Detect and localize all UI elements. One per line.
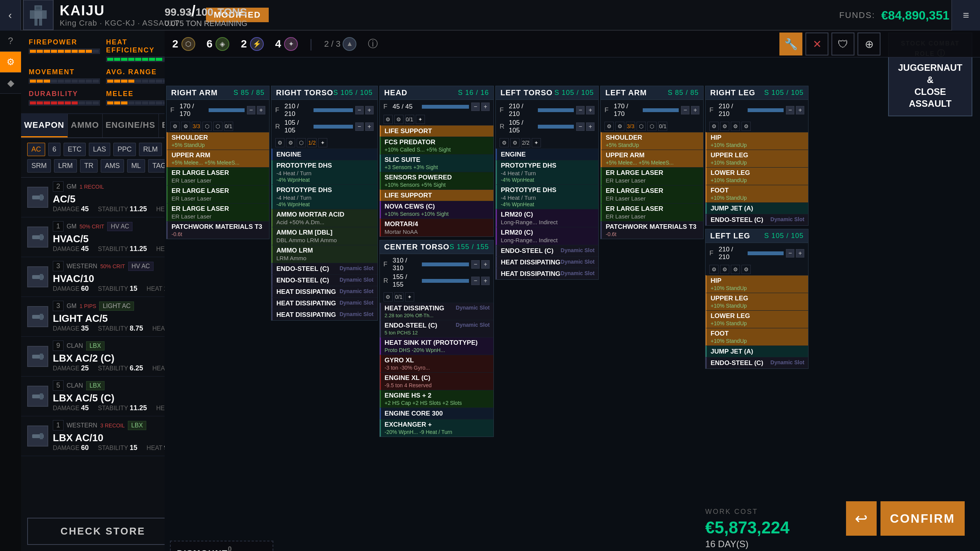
item-heat-lt1[interactable]: HEAT DISSIPATING Dynamic Slot	[496, 256, 598, 268]
item-er-laser-la2[interactable]: ER LARGE LASER ER Laser Laser	[601, 185, 703, 203]
item-lrm20-lt1[interactable]: LRM20 (C) Long-Range... Indirect	[496, 209, 598, 227]
ct-armor-f-minus[interactable]: −	[471, 260, 480, 269]
item-upper-arm-ra[interactable]: UPPER ARM +5% Melee... +5% MeleeS...	[167, 150, 269, 167]
item-jump-jet-ll[interactable]: JUMP JET (A)	[706, 346, 808, 357]
item-er-laser-la3[interactable]: ER LARGE LASER ER Laser Laser	[601, 203, 703, 221]
rl-armor-f-plus[interactable]: +	[796, 106, 804, 114]
rt-armor-f-plus[interactable]: +	[365, 106, 374, 114]
ct-armor-r-minus[interactable]: −	[471, 277, 480, 285]
filter-ppc[interactable]: PPC	[113, 143, 136, 156]
item-patch-la[interactable]: PATCHWORK MATERIALS T3 -0.6t	[601, 221, 703, 239]
weapon-item[interactable]: 9CLANLBXLBX AC/2 (C)DAMAGE 25STABILITY 6…	[21, 337, 185, 377]
item-pdhs-lt1[interactable]: PROTOTYPE DHS -4 Heat / Turn -4% WpnHeat	[496, 160, 598, 184]
item-heat-rt3[interactable]: HEAT DISSIPATING Dynamic Slot	[271, 309, 377, 320]
item-engine-core-ct[interactable]: ENGINE CORE 300	[380, 408, 494, 419]
lt-armor-f-minus[interactable]: −	[576, 106, 585, 114]
ct-armor-r-plus[interactable]: +	[481, 277, 490, 285]
item-endo-rl[interactable]: ENDO-STEEL (C) Dynamic Slot	[706, 214, 808, 225]
weapon-item[interactable]: 1GM50% CRITHV ACHVAC/5DAMAGE 45STABILITY…	[21, 217, 185, 257]
rl-armor-f-minus[interactable]: −	[786, 106, 794, 114]
item-heat-rt1[interactable]: HEAT DISSIPATING Dynamic Slot	[271, 286, 377, 297]
item-endo-rt2[interactable]: ENDO-STEEL (C) Dynamic Slot	[271, 274, 377, 286]
rt-armor-r-plus[interactable]: +	[365, 122, 374, 131]
head-armor-plus[interactable]: +	[481, 103, 490, 111]
item-life-support-h1[interactable]: LIFE SUPPORT	[380, 125, 494, 137]
item-endo-ll[interactable]: ENDO-STEEL (C) Dynamic Slot	[706, 357, 808, 368]
side-nav-unknown2[interactable]: ◆	[0, 73, 21, 94]
filter-6[interactable]: 6	[48, 143, 60, 156]
tool-info[interactable]: ⊕	[858, 33, 880, 55]
item-shoulder-la[interactable]: SHOULDER +5% StandUp	[601, 132, 703, 150]
item-endo-rt1[interactable]: ENDO-STEEL (C) Dynamic Slot	[271, 263, 377, 274]
item-sensors-h[interactable]: SENSORS POWERED +10% Sensors +5% Sight	[380, 172, 494, 189]
item-mortar-h[interactable]: MORTAR/4 Mortar NoAA	[380, 218, 494, 236]
item-hip-ll[interactable]: HIP +10% StandUp	[706, 275, 808, 293]
item-er-laser-ra3[interactable]: ER LARGE LASER ER Laser Laser	[167, 203, 269, 221]
ct-armor-f-plus[interactable]: +	[481, 260, 490, 269]
item-hsk-ct[interactable]: HEAT SINK KIT (PROTOTYPE) Proto DHS -20%…	[380, 337, 494, 355]
item-er-laser-ra1[interactable]: ER LARGE LASER ER Laser Laser	[167, 167, 269, 185]
item-engine-lt[interactable]: ENGINE	[496, 148, 598, 160]
filter-ml[interactable]: ML	[127, 159, 145, 173]
tool-wrench[interactable]: 🔧	[779, 33, 802, 55]
item-gyro-ct[interactable]: GYRO XL -3 ton -30% Gyro...	[380, 355, 494, 372]
item-er-laser-la1[interactable]: ER LARGE LASER ER Laser Laser	[601, 167, 703, 185]
item-lower-leg-ll[interactable]: LOWER LEG +10% StandUp	[706, 310, 808, 328]
head-armor-minus[interactable]: −	[471, 103, 480, 111]
item-endo-ct[interactable]: ENDO-STEEL (C) Dynamic Slot 5 ton PCHS 1…	[380, 320, 494, 337]
item-life-support-h2[interactable]: LIFE SUPPORT	[380, 189, 494, 201]
item-nova-cews[interactable]: NOVA CEWS (C) +10% Sensors +10% Sight	[380, 201, 494, 218]
lt-armor-r-plus[interactable]: +	[586, 122, 595, 131]
item-engine-hs-ct[interactable]: ENGINE HS + 2 +2 HS Cap +2 HS Slots +2 S…	[380, 390, 494, 408]
confirm-button[interactable]: CONFIRM	[880, 501, 965, 536]
item-engine-xl-ct[interactable]: ENGINE XL (C) -9.5 ton 4 Reserved	[380, 372, 494, 390]
item-heat-lt2[interactable]: HEAT DISSIPATING Dynamic Slot	[496, 268, 598, 279]
item-exchanger-ct[interactable]: EXCHANGER + -20% WpnH... -9 Heat / Turn	[380, 419, 494, 437]
item-pdhs-rt1[interactable]: PROTOTYPE DHS -4 Heat / Turn -4% WpnHeat	[271, 160, 377, 184]
item-lower-leg-rl[interactable]: LOWER LEG +10% StandUp	[706, 167, 808, 185]
weapon-item[interactable]: 3GM1 PIPSLIGHT ACLIGHT AC/5DAMAGE 35STAB…	[21, 297, 185, 337]
weapon-item[interactable]: 3WESTERN50% CRITHV ACHVAC/10DAMAGE 60STA…	[21, 257, 185, 297]
item-engine-rt[interactable]: ENGINE	[271, 148, 377, 160]
item-shoulder-ra[interactable]: SHOULDER +5% StandUp	[167, 132, 269, 150]
item-pdhs-rt2[interactable]: PROTOTYPE DHS -4 Heat / Turn -4% WpnHeat	[271, 184, 377, 209]
la-armor-f-plus[interactable]: +	[691, 106, 699, 114]
weapon-item[interactable]: 5CLANLBXLBX AC/5 (C)DAMAGE 45STABILITY 1…	[21, 377, 185, 416]
item-hip-rl[interactable]: HIP +10% StandUp	[706, 132, 808, 150]
item-ammo-lrm[interactable]: AMMO LRM LRM Ammo	[271, 245, 377, 263]
filter-rlm[interactable]: RLM	[139, 143, 162, 156]
back-button[interactable]: ‹	[0, 0, 21, 31]
filter-srm[interactable]: SRM	[27, 159, 51, 173]
item-upper-arm-la[interactable]: UPPER ARM +5% Melee... +5% MeleeS...	[601, 150, 703, 167]
item-ammo-lrm-dbl[interactable]: AMMO LRM [DBL] DBL Ammo LRM Ammo	[271, 227, 377, 245]
tab-engine-hs[interactable]: ENGINE/HS	[103, 114, 159, 137]
weapon-item[interactable]: 1WESTERN3 RECOILLBXLBX AC/10DAMAGE 60STA…	[21, 416, 185, 456]
item-pdhs-lt2[interactable]: PROTOTYPE DHS -4 Heat / Turn -4% WpnHeat	[496, 184, 598, 209]
item-heat-rt2[interactable]: HEAT DISSIPATING Dynamic Slot	[271, 297, 377, 309]
filter-ams[interactable]: AMS	[101, 159, 124, 173]
side-nav-unknown1[interactable]: ?	[0, 31, 21, 52]
item-ammo-mortar[interactable]: AMMO MORTAR ACID Acid +50% A.Dm...	[271, 209, 377, 227]
rt-armor-r-minus[interactable]: −	[355, 122, 364, 131]
filter-las[interactable]: LAS	[89, 143, 110, 156]
filter-ac[interactable]: AC	[27, 143, 45, 156]
item-lrm20-lt2[interactable]: LRM20 (C) Long-Range... Indirect	[496, 227, 598, 245]
la-armor-f-minus[interactable]: −	[681, 106, 689, 114]
ll-armor-f-minus[interactable]: −	[786, 249, 794, 258]
item-endo-lt[interactable]: ENDO-STEEL (C) Dynamic Slot	[496, 245, 598, 256]
ll-armor-f-plus[interactable]: +	[796, 249, 804, 258]
rt-armor-f-minus[interactable]: −	[355, 106, 364, 114]
item-foot-ll[interactable]: FOOT +10% StandUp	[706, 328, 808, 346]
item-heat-ct[interactable]: HEAT DISSIPATING Dynamic Slot 2.28 ton 2…	[380, 303, 494, 320]
item-patch-ra[interactable]: PATCHWORK MATERIALS T3 -0.6t	[167, 221, 269, 239]
item-fcs-h[interactable]: FCS PREDATOR +10% Called S... +5% Sight	[380, 137, 494, 154]
weapon-item[interactable]: 2GM1 RECOILAC/5DAMAGE 45STABILITY 11.25H…	[21, 178, 185, 217]
filter-lrm[interactable]: LRM	[54, 159, 77, 173]
item-jump-jet-rl[interactable]: JUMP JET (A)	[706, 202, 808, 214]
tab-weapon[interactable]: WEAPON	[21, 114, 68, 137]
lt-armor-r-minus[interactable]: −	[576, 122, 585, 131]
tool-remove[interactable]: ✕	[805, 33, 828, 55]
tab-ammo[interactable]: AMMO	[68, 114, 103, 137]
tool-filter[interactable]: 🛡	[831, 33, 854, 55]
lt-armor-f-plus[interactable]: +	[586, 106, 595, 114]
